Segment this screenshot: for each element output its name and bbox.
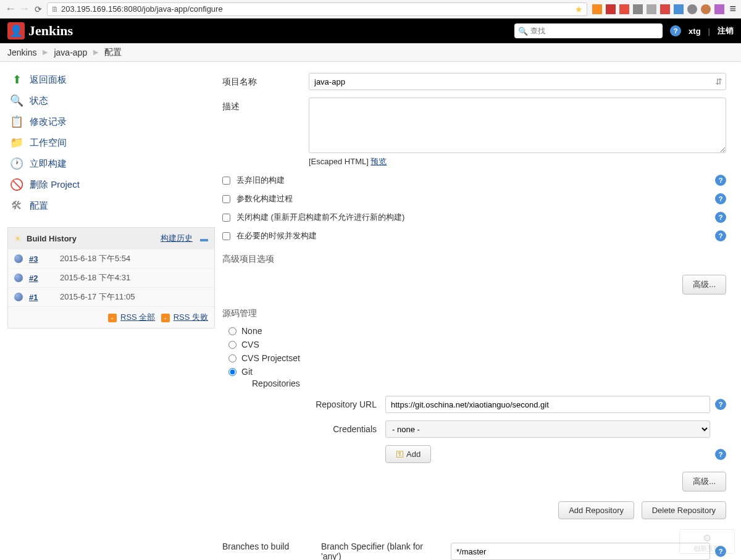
watermark: ⚙ 创新互联: [679, 529, 735, 554]
scm-radio-label: CVS: [241, 340, 259, 349]
ext-icon[interactable]: [619, 4, 629, 14]
checkbox[interactable]: [222, 177, 230, 185]
trend-link[interactable]: 构建历史: [161, 233, 193, 244]
build-row[interactable]: #12015-6-17 下午11:05: [8, 287, 214, 306]
breadcrumb-item[interactable]: Jenkins: [7, 48, 36, 57]
search-input[interactable]: [530, 27, 659, 35]
checkbox[interactable]: [222, 195, 230, 203]
checkbox-label: 关闭构建 (重新开启构建前不允许进行新的构建): [237, 212, 404, 223]
breadcrumbs: Jenkins ▶ java-app ▶ 配置: [0, 43, 741, 62]
key-icon: ⚿: [396, 449, 404, 459]
breadcrumb-item[interactable]: 配置: [104, 47, 122, 58]
menu-icon[interactable]: ≡: [729, 2, 736, 15]
scm-radio-label: Git: [241, 367, 253, 377]
scm-radio[interactable]: [228, 327, 237, 335]
branch-spec-input[interactable]: [451, 543, 710, 560]
user-link[interactable]: xtg: [689, 27, 701, 36]
build-number[interactable]: #3: [29, 254, 60, 264]
ext-icon[interactable]: [647, 4, 656, 14]
sidebar-task[interactable]: ⬆返回面板: [7, 69, 215, 90]
checkbox[interactable]: [222, 214, 230, 222]
ext-icon[interactable]: [674, 4, 684, 14]
jenkins-logo[interactable]: 👤 Jenkins: [7, 22, 73, 40]
rss-fail-link[interactable]: RSS 失败: [174, 312, 208, 322]
url-bar[interactable]: 🗎 203.195.169.156:8080/job/java-app/conf…: [47, 2, 587, 16]
build-status-icon: [14, 274, 23, 282]
task-icon: ⬆: [10, 73, 23, 86]
extension-icons: [592, 4, 724, 14]
expand-icon[interactable]: ⇵: [715, 77, 722, 86]
build-row[interactable]: #32015-6-18 下午5:54: [8, 249, 214, 268]
back-icon[interactable]: ←: [5, 2, 16, 15]
build-history-panel: ☀ Build History 构建历史 ▬ #32015-6-18 下午5:5…: [7, 227, 215, 328]
scm-heading: 源码管理: [222, 308, 726, 319]
help-icon[interactable]: ?: [715, 399, 726, 410]
brand-text: Jenkins: [28, 23, 73, 39]
sidebar-task[interactable]: 🕐立即构建: [7, 153, 215, 174]
help-icon[interactable]: ?: [715, 230, 726, 241]
trend-icon: ▬: [200, 234, 208, 243]
preview-link[interactable]: 预览: [371, 157, 387, 166]
scm-radio[interactable]: [228, 368, 237, 376]
ext-icon[interactable]: [687, 4, 697, 14]
checkbox[interactable]: [222, 232, 230, 240]
credentials-select[interactable]: - none -: [385, 420, 710, 438]
advanced-button[interactable]: 高级...: [682, 472, 726, 491]
checkbox-row: 关闭构建 (重新开启构建前不允许进行新的构建)?: [222, 208, 726, 227]
delete-repository-button[interactable]: Delete Repository: [642, 501, 726, 519]
search-box[interactable]: 🔍: [514, 23, 663, 38]
task-label: 状态: [30, 95, 48, 107]
build-row[interactable]: #22015-6-18 下午4:31: [8, 268, 214, 287]
bookmark-star-icon[interactable]: ★: [575, 4, 583, 14]
help-icon[interactable]: ?: [670, 25, 681, 36]
add-credentials-button[interactable]: ⚿Add: [385, 445, 431, 463]
description-textarea[interactable]: [309, 98, 726, 153]
checkbox-row: 丢弃旧的构建?: [222, 171, 726, 190]
repo-url-input[interactable]: [385, 396, 710, 413]
ext-icon[interactable]: [660, 4, 670, 14]
rss-icon: ៱: [161, 314, 170, 322]
ext-icon[interactable]: [606, 4, 616, 14]
sidebar-task[interactable]: 🚫删除 Project: [7, 174, 215, 195]
scm-radio[interactable]: [228, 341, 237, 349]
build-status-icon: [14, 254, 23, 263]
build-number[interactable]: #1: [29, 293, 60, 302]
logout-link[interactable]: 注销: [718, 25, 734, 36]
scm-radio-label: CVS Projectset: [241, 353, 300, 363]
config-form: 项目名称 ⇵ 描述 [Escaped HTML] 预览 丢弃旧的构建?参数化构建…: [222, 62, 741, 560]
scm-radio[interactable]: [228, 354, 237, 362]
sidebar-task[interactable]: 🛠配置: [7, 195, 215, 216]
sidebar-task[interactable]: 📋修改记录: [7, 111, 215, 132]
help-icon[interactable]: ?: [715, 175, 726, 186]
project-name-input[interactable]: [309, 73, 726, 90]
build-number[interactable]: #2: [29, 274, 60, 283]
help-icon[interactable]: ?: [715, 212, 726, 223]
task-label: 工作空间: [30, 137, 67, 149]
chevron-right-icon: ▶: [93, 48, 98, 56]
sidebar-task[interactable]: 🔍状态: [7, 90, 215, 111]
add-repository-button[interactable]: Add Repository: [558, 501, 634, 519]
help-icon[interactable]: ?: [715, 449, 726, 460]
build-date: 2015-6-18 下午4:31: [60, 272, 130, 283]
build-date: 2015-6-17 下午11:05: [60, 291, 135, 303]
ext-icon[interactable]: [714, 4, 724, 14]
project-name-label: 项目名称: [222, 73, 309, 88]
advanced-button[interactable]: 高级...: [682, 275, 726, 295]
task-label: 立即构建: [30, 158, 67, 170]
forward-icon[interactable]: →: [19, 2, 30, 15]
ext-icon[interactable]: [633, 4, 643, 14]
sidebar-task[interactable]: 📁工作空间: [7, 132, 215, 153]
reload-icon[interactable]: ⟳: [35, 4, 42, 14]
checkbox-row: 参数化构建过程?: [222, 190, 726, 208]
task-icon: 🕐: [10, 157, 23, 170]
branches-label: Branches to build: [222, 538, 321, 551]
search-icon: 🔍: [518, 27, 528, 36]
rss-all-link[interactable]: RSS 全部: [120, 312, 155, 322]
ext-icon[interactable]: [592, 4, 602, 14]
build-date: 2015-6-18 下午5:54: [60, 253, 130, 264]
scm-radio-row: CVS: [222, 338, 726, 351]
help-icon[interactable]: ?: [715, 193, 726, 204]
ext-icon[interactable]: [701, 4, 711, 14]
breadcrumb-item[interactable]: java-app: [54, 48, 87, 57]
task-icon: 📁: [10, 136, 23, 149]
